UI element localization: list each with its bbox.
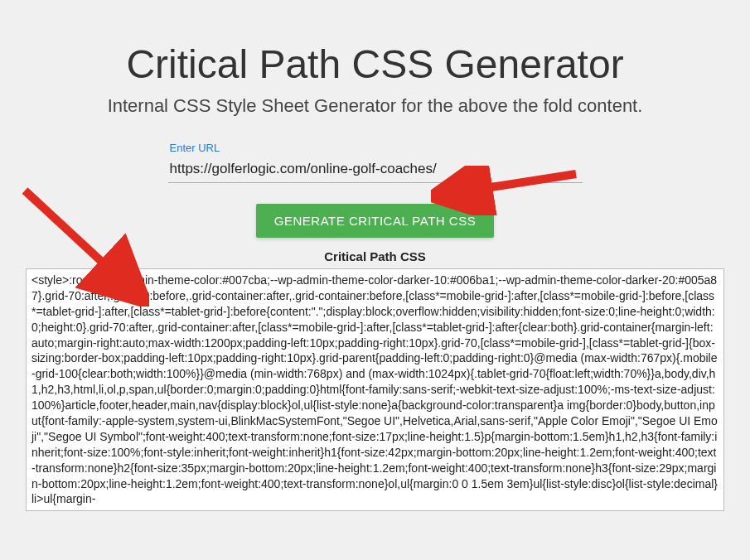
generate-button[interactable]: GENERATE CRITICAL PATH CSS (256, 204, 494, 238)
output-label: Critical Path CSS (25, 249, 725, 263)
page-subtitle: Internal CSS Style Sheet Generator for t… (25, 95, 725, 117)
page-title: Critical Path CSS Generator (25, 41, 725, 87)
output-textarea[interactable] (26, 268, 724, 511)
url-field-group: Enter URL (168, 142, 583, 183)
url-input[interactable] (168, 157, 583, 183)
url-label: Enter URL (168, 142, 583, 154)
